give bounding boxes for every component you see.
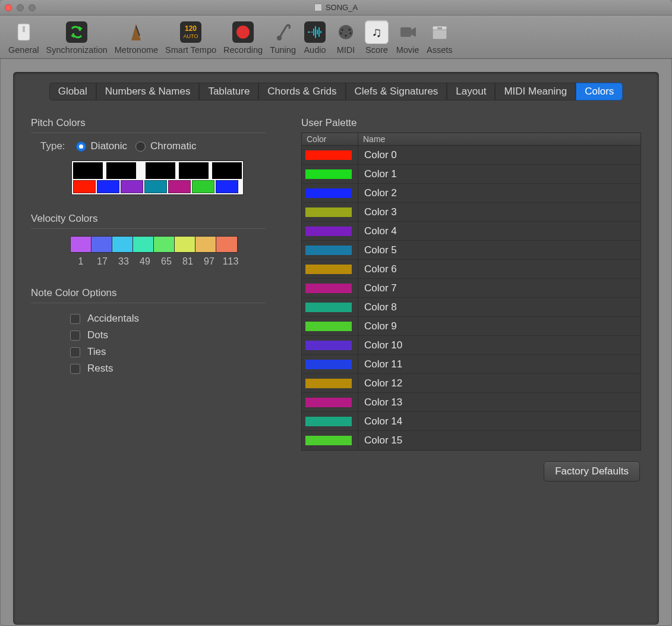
check-ties[interactable]: Ties (31, 344, 266, 360)
svg-text:AUTO: AUTO (184, 33, 198, 39)
palette-name[interactable]: Color 14 (358, 416, 641, 427)
toolbar-label: Movie (396, 45, 419, 55)
palette-swatch[interactable] (302, 146, 358, 165)
palette-row[interactable]: Color 3 (302, 203, 641, 222)
palette-name[interactable]: Color 10 (358, 339, 641, 351)
palette-swatch[interactable] (302, 260, 358, 279)
pitch-keyboard[interactable] (71, 161, 244, 195)
tab-chords-grids[interactable]: Chords & Grids (258, 83, 345, 100)
palette-row[interactable]: Color 12 (302, 374, 641, 393)
palette-row[interactable]: Color 4 (302, 222, 641, 241)
palette-row[interactable]: Color 0 (302, 146, 641, 165)
tab-global[interactable]: Global (49, 83, 96, 100)
radio-chromatic[interactable]: Chromatic (135, 140, 196, 152)
palette-row[interactable]: Color 6 (302, 260, 641, 279)
radio-icon (76, 141, 86, 152)
palette-name[interactable]: Color 2 (358, 187, 641, 199)
toolbar-recording[interactable]: Recording (220, 19, 266, 57)
palette-swatch[interactable] (302, 184, 358, 203)
palette-name[interactable]: Color 7 (358, 282, 641, 294)
tab-colors[interactable]: Colors (576, 83, 623, 100)
palette-name[interactable]: Color 1 (358, 168, 641, 180)
tab-tablature[interactable]: Tablature (199, 83, 258, 100)
pitch-key-color[interactable] (216, 180, 238, 193)
palette-name[interactable]: Color 5 (358, 244, 641, 256)
palette-swatch[interactable] (302, 203, 358, 222)
palette-swatch[interactable] (302, 374, 358, 393)
pitch-key-color[interactable] (121, 180, 143, 193)
pitch-key-color[interactable] (168, 180, 191, 193)
velocity-swatch[interactable] (133, 237, 154, 252)
velocity-swatch[interactable] (92, 237, 112, 252)
palette-row[interactable]: Color 15 (302, 431, 641, 450)
palette-name[interactable]: Color 8 (358, 301, 641, 313)
palette-row[interactable]: Color 8 (302, 298, 641, 317)
velocity-swatch[interactable] (112, 237, 133, 252)
velocity-swatch[interactable] (175, 237, 195, 252)
palette-name[interactable]: Color 13 (358, 397, 641, 408)
velocity-swatch[interactable] (154, 237, 175, 252)
tab-clefs-signatures[interactable]: Clefs & Signatures (346, 83, 447, 100)
palette-name[interactable]: Color 0 (358, 149, 641, 161)
palette-row[interactable]: Color 1 (302, 165, 641, 184)
toolbar-assets[interactable]: Assets (423, 19, 456, 57)
palette-row[interactable]: Color 2 (302, 184, 641, 203)
palette-swatch[interactable] (302, 355, 358, 374)
palette-swatch[interactable] (302, 393, 358, 412)
checkbox-icon (70, 364, 80, 374)
toolbar-tuning[interactable]: Tuning (266, 19, 299, 57)
pitch-key-color[interactable] (192, 180, 214, 193)
tab-midi-meaning[interactable]: MIDI Meaning (495, 83, 576, 100)
toolbar-audio[interactable]: Audio (299, 19, 330, 57)
palette-row[interactable]: Color 5 (302, 241, 641, 260)
check-dots[interactable]: Dots (31, 327, 266, 344)
tab-numbers-names[interactable]: Numbers & Names (96, 83, 200, 100)
palette-row[interactable]: Color 14 (302, 412, 641, 431)
palette-name[interactable]: Color 9 (358, 320, 641, 332)
palette-name[interactable]: Color 12 (358, 378, 641, 389)
palette-name[interactable]: Color 3 (358, 206, 641, 218)
palette-swatch[interactable] (302, 336, 358, 355)
velocity-swatch[interactable] (195, 237, 216, 252)
checkbox-icon (70, 347, 80, 357)
palette-name[interactable]: Color 15 (358, 435, 641, 446)
pitch-key-color[interactable] (144, 180, 167, 193)
palette-name[interactable]: Color 11 (358, 358, 641, 370)
palette-swatch[interactable] (302, 412, 358, 431)
pitch-key-color[interactable] (97, 180, 119, 193)
palette-swatch[interactable] (302, 222, 358, 241)
movie-icon (396, 20, 419, 44)
palette-row[interactable]: Color 13 (302, 393, 641, 412)
palette-row[interactable]: Color 11 (302, 355, 641, 374)
tab-layout[interactable]: Layout (447, 83, 495, 100)
palette-col-name[interactable]: Name (358, 133, 641, 145)
toolbar-midi[interactable]: MIDI (330, 19, 361, 57)
toolbar-synchronization[interactable]: Synchronization (43, 19, 111, 57)
toolbar-score[interactable]: ♫Score (361, 19, 392, 57)
pitch-key-color[interactable] (73, 180, 96, 193)
toolbar-general[interactable]: General (5, 19, 43, 57)
palette-swatch[interactable] (302, 431, 358, 450)
check-accidentals[interactable]: Accidentals (31, 310, 266, 327)
palette-name[interactable]: Color 6 (358, 263, 641, 275)
palette-swatch[interactable] (302, 298, 358, 317)
palette-swatch[interactable] (302, 165, 358, 184)
palette-row[interactable]: Color 10 (302, 336, 641, 355)
palette-col-color[interactable]: Color (302, 133, 358, 145)
palette-row[interactable]: Color 7 (302, 279, 641, 298)
velocity-swatch[interactable] (71, 237, 92, 252)
palette-swatch[interactable] (302, 317, 358, 336)
velocity-swatch[interactable] (216, 237, 237, 252)
radio-diatonic[interactable]: Diatonic (76, 140, 127, 152)
palette-swatch[interactable] (302, 241, 358, 260)
palette-row[interactable]: Color 9 (302, 317, 641, 336)
palette-name[interactable]: Color 4 (358, 225, 641, 237)
toolbar-metronome[interactable]: Metronome (111, 19, 162, 57)
velocity-swatches[interactable] (70, 236, 238, 253)
factory-defaults-button[interactable]: Factory Defaults (544, 461, 640, 482)
palette-swatch[interactable] (302, 279, 358, 298)
toolbar-movie[interactable]: Movie (392, 19, 423, 57)
toolbar-smart-tempo[interactable]: 120AUTOSmart Tempo (162, 19, 220, 57)
pitch-colors-heading: Pitch Colors (31, 117, 266, 133)
check-rests[interactable]: Rests (31, 360, 266, 377)
